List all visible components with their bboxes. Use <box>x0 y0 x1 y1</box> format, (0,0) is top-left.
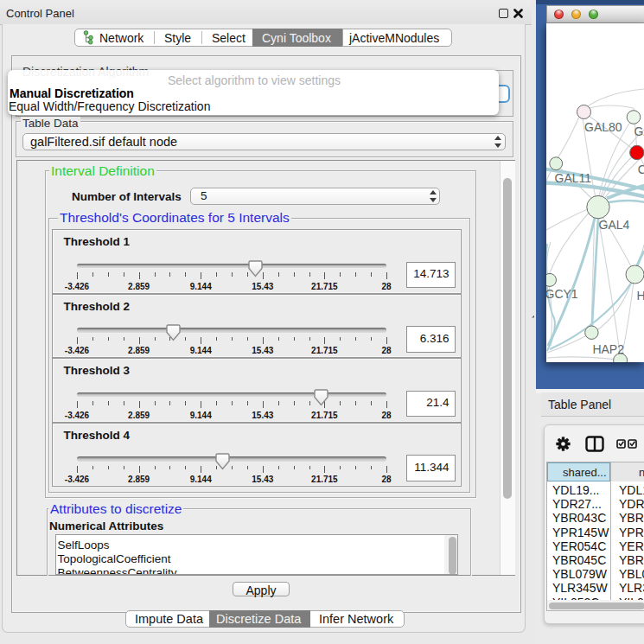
svg-text:H: H <box>637 289 644 303</box>
svg-text:GAL80: GAL80 <box>584 120 622 134</box>
svg-text:C: C <box>638 163 644 176</box>
svg-text:GA: GA <box>634 124 644 138</box>
svg-text:HAP2: HAP2 <box>592 342 624 356</box>
svg-text:GAL11: GAL11 <box>555 171 592 185</box>
svg-text:GCY1: GCY1 <box>546 287 578 301</box>
svg-text:GAL4: GAL4 <box>599 218 630 232</box>
